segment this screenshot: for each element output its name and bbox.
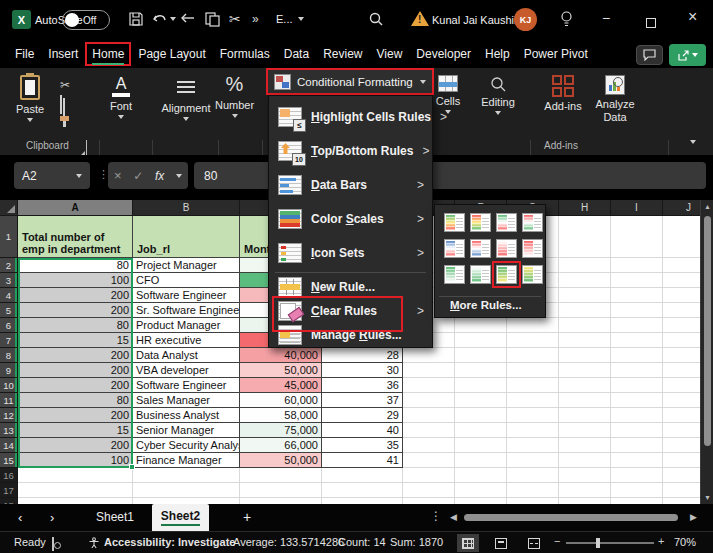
number-chevron[interactable] bbox=[232, 114, 238, 118]
analyze-data-button[interactable]: Analyze Data bbox=[590, 75, 640, 123]
cell-J17[interactable] bbox=[663, 483, 700, 498]
insert-function-icon[interactable]: fx bbox=[155, 169, 164, 183]
cell-H16[interactable] bbox=[559, 468, 611, 483]
cells-group-button[interactable]: Cells bbox=[430, 75, 466, 114]
excel-app-icon[interactable]: X bbox=[12, 10, 31, 29]
font-chevron[interactable] bbox=[118, 115, 124, 119]
cell-F15[interactable] bbox=[455, 453, 507, 468]
cut-icon[interactable]: ✂ bbox=[229, 11, 241, 27]
maximize-button[interactable] bbox=[646, 14, 656, 32]
zoom-in-button[interactable]: + bbox=[658, 535, 664, 547]
cell-C11[interactable]: 60,000 bbox=[240, 393, 322, 408]
row-header-9[interactable]: 9 bbox=[0, 363, 18, 378]
cell-F8[interactable] bbox=[455, 348, 507, 363]
column-header-I[interactable]: I bbox=[611, 200, 663, 216]
cell-A8[interactable]: 200 bbox=[18, 348, 133, 363]
new-sheet-button[interactable]: + bbox=[243, 509, 251, 525]
accessibility-icon[interactable] bbox=[88, 537, 100, 549]
cell-J13[interactable] bbox=[663, 423, 700, 438]
accessibility-status[interactable]: Accessibility: Investigate bbox=[104, 536, 235, 548]
row-header-4[interactable]: 4 bbox=[0, 288, 18, 303]
cell-A9[interactable]: 200 bbox=[18, 363, 133, 378]
cell-D15[interactable]: 41 bbox=[322, 453, 403, 468]
cell-D12[interactable]: 29 bbox=[322, 408, 403, 423]
addins-button[interactable]: Add-ins bbox=[540, 75, 586, 112]
cell-E16[interactable] bbox=[403, 468, 455, 483]
ribbon-collapse-chevron[interactable] bbox=[690, 140, 696, 144]
cell-A12[interactable]: 200 bbox=[18, 408, 133, 423]
cell-E10[interactable] bbox=[403, 378, 455, 393]
cell-G11[interactable] bbox=[507, 393, 559, 408]
cell-A2[interactable]: 80 bbox=[18, 258, 133, 273]
cell-A6[interactable]: 80 bbox=[18, 318, 133, 333]
cell-I1[interactable] bbox=[611, 216, 663, 258]
column-header-A[interactable]: A bbox=[18, 200, 133, 216]
column-header-B[interactable]: B bbox=[133, 200, 240, 216]
color-scale-option-white-green[interactable] bbox=[470, 265, 491, 284]
cell-H11[interactable] bbox=[559, 393, 611, 408]
row-header-10[interactable]: 10 bbox=[0, 378, 18, 393]
cell-B14[interactable]: Cyber Security Analyst bbox=[133, 438, 240, 453]
cell-C14[interactable]: 66,000 bbox=[240, 438, 322, 453]
cell-A5[interactable]: 200 bbox=[18, 303, 133, 318]
cell-E15[interactable] bbox=[403, 453, 455, 468]
color-scale-option-white-red[interactable] bbox=[496, 239, 517, 258]
cell-B10[interactable]: Software Engineer bbox=[133, 378, 240, 393]
page-break-view-button[interactable] bbox=[523, 534, 545, 552]
minimize-button[interactable]: − bbox=[602, 10, 610, 26]
row-header-2[interactable]: 2 bbox=[0, 258, 18, 273]
cell-I13[interactable] bbox=[611, 423, 663, 438]
cell-I15[interactable] bbox=[611, 453, 663, 468]
cell-D9[interactable]: 30 bbox=[322, 363, 403, 378]
row-header-15[interactable]: 15 bbox=[0, 453, 18, 468]
lightbulb-icon[interactable] bbox=[559, 10, 574, 28]
column-header-J[interactable]: J bbox=[663, 200, 700, 216]
selection-fill-handle[interactable] bbox=[129, 464, 135, 470]
cell-G16[interactable] bbox=[507, 468, 559, 483]
cell-J2[interactable] bbox=[663, 258, 700, 273]
cell-J6[interactable] bbox=[663, 318, 700, 333]
cell-D8[interactable]: 28 bbox=[322, 348, 403, 363]
cell-C9[interactable]: 50,000 bbox=[240, 363, 322, 378]
cell-J8[interactable] bbox=[663, 348, 700, 363]
cell-B17[interactable] bbox=[133, 483, 240, 498]
hscroll-right-arrow[interactable]: ▶ bbox=[690, 512, 697, 522]
horizontal-scrollbar-thumb[interactable] bbox=[464, 514, 678, 521]
zoom-level[interactable]: 70% bbox=[674, 536, 696, 548]
close-button[interactable]: × bbox=[688, 8, 697, 26]
conditional-formatting-button[interactable]: Conditional Formatting bbox=[266, 68, 434, 95]
row-header-3[interactable]: 3 bbox=[0, 273, 18, 288]
menu-item-manage-rules-[interactable]: Manage Rules... bbox=[269, 323, 432, 347]
row-header-16[interactable]: 16 bbox=[0, 468, 18, 483]
back-arrow-icon[interactable] bbox=[180, 11, 196, 25]
toolbar-overflow-icon[interactable]: » bbox=[252, 12, 259, 26]
cell-I4[interactable] bbox=[611, 288, 663, 303]
cell-J3[interactable] bbox=[663, 273, 700, 288]
ribbon-tab-formulas[interactable]: Formulas bbox=[213, 42, 277, 66]
select-all-corner[interactable] bbox=[0, 200, 18, 216]
cell-E14[interactable] bbox=[403, 438, 455, 453]
cell-H15[interactable] bbox=[559, 453, 611, 468]
cell-A7[interactable]: 15 bbox=[18, 333, 133, 348]
row-header-17[interactable]: 17 bbox=[0, 483, 18, 498]
menu-item-data-bars[interactable]: Data Bars> bbox=[269, 168, 432, 202]
cell-H2[interactable] bbox=[559, 258, 611, 273]
cell-A3[interactable]: 100 bbox=[18, 273, 133, 288]
sheet-tabs-overflow[interactable]: ⋮ bbox=[430, 509, 442, 523]
cell-A13[interactable]: 15 bbox=[18, 423, 133, 438]
cell-H12[interactable] bbox=[559, 408, 611, 423]
cell-J4[interactable] bbox=[663, 288, 700, 303]
cell-I3[interactable] bbox=[611, 273, 663, 288]
vertical-scrollbar[interactable]: ▲ ▼ bbox=[700, 200, 713, 504]
font-group-button[interactable]: A Font bbox=[103, 75, 139, 119]
cell-E13[interactable] bbox=[403, 423, 455, 438]
cell-I16[interactable] bbox=[611, 468, 663, 483]
row-header-8[interactable]: 8 bbox=[0, 348, 18, 363]
cell-I9[interactable] bbox=[611, 363, 663, 378]
ribbon-tab-view[interactable]: View bbox=[370, 42, 410, 66]
macro-record-icon[interactable] bbox=[52, 538, 54, 550]
cell-G13[interactable] bbox=[507, 423, 559, 438]
cell-B11[interactable]: Sales Manager bbox=[133, 393, 240, 408]
cell-I17[interactable] bbox=[611, 483, 663, 498]
cell-H4[interactable] bbox=[559, 288, 611, 303]
